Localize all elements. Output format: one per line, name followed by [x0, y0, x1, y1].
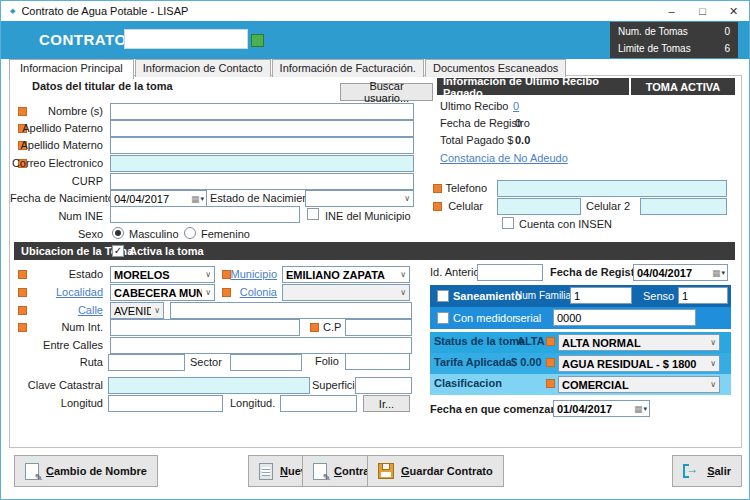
ine-municipio-label: INE del Municipio — [325, 210, 411, 222]
superficie-label: Superficie — [312, 379, 361, 391]
ir-button[interactable]: Ir... — [363, 395, 410, 412]
localidad-select[interactable]: CABECERA MUNICIPAL∨ — [110, 284, 215, 301]
num-ine-input[interactable] — [110, 206, 300, 223]
title-bar: ◆ Contrato de Agua Potable - LISAP – □ ✕ — [1, 1, 749, 21]
celular-label: Celular — [442, 200, 483, 212]
tarifa-select[interactable]: AGUA RESIDUAL - $ 1800∨ — [558, 355, 720, 372]
salir-button[interactable]: → Salir — [672, 455, 742, 487]
activa-toma-checkbox[interactable]: ✓ — [112, 245, 124, 257]
clave-catastral-input[interactable] — [108, 377, 310, 394]
colonia-label[interactable]: Colonia — [225, 286, 277, 298]
colonia-select[interactable]: ∨ — [282, 284, 410, 301]
municipio-select[interactable]: EMILIANO ZAPATA∨ — [282, 266, 410, 283]
toma-fecha-registro-datepicker[interactable]: 04/04/2017 ▦▾ — [633, 264, 728, 281]
chevron-down-icon: ∨ — [707, 359, 719, 368]
curp-input[interactable] — [110, 173, 414, 190]
chevron-down-icon: ∨ — [151, 306, 163, 315]
tab-documentos-escaneados[interactable]: Documentos Escaneados — [425, 59, 566, 77]
estado-label: Estado — [10, 268, 103, 280]
tab-informacion-principal[interactable]: Informacion Principal — [9, 59, 134, 79]
required-marker — [546, 379, 555, 388]
localidad-label[interactable]: Localidad — [10, 286, 103, 298]
senso-input[interactable] — [678, 287, 728, 304]
ultimo-recibo-value-link[interactable]: 0 — [513, 100, 519, 112]
correo-input[interactable] — [110, 155, 414, 172]
clasificacion-select[interactable]: COMERCIAL∨ — [558, 376, 720, 393]
calle-tipo-select[interactable]: AVENIDA∨ — [110, 302, 164, 319]
minimize-button[interactable]: – — [656, 1, 687, 21]
status-select[interactable]: ALTA NORMAL∨ — [558, 334, 720, 351]
con-medidor-checkbox[interactable] — [437, 312, 449, 324]
celular2-input[interactable] — [640, 198, 727, 215]
constancia-link[interactable]: Constancia de No Adeudo — [440, 152, 568, 164]
estado-nacimiento-select[interactable]: ∨ — [305, 190, 414, 207]
salir-label: Salir — [707, 465, 731, 477]
rename-document-icon: ✎ — [25, 463, 39, 480]
fecha-pagar-datepicker[interactable]: 01/04/2017 ▦▾ — [553, 400, 650, 417]
insen-label: Cuenta con INSEN — [519, 218, 612, 230]
calle-input[interactable] — [170, 302, 412, 319]
id-anterior-input[interactable] — [477, 264, 543, 281]
chevron-down-icon: ∨ — [397, 270, 409, 279]
clave-catastral-label: Clave Catastral — [10, 379, 103, 391]
insen-checkbox[interactable] — [502, 217, 514, 229]
exit-icon: → — [683, 464, 700, 478]
celular-input[interactable] — [497, 198, 581, 215]
calendar-icon: ▦ — [712, 268, 721, 278]
num-int-input[interactable] — [110, 319, 300, 336]
fecha-nacimiento-datepicker[interactable]: 04/04/2017 ▦▾ — [110, 190, 207, 207]
num-int-label: Num Int. — [10, 321, 103, 333]
estado-select[interactable]: MORELOS∨ — [110, 266, 215, 283]
municipio-label[interactable]: Municipio — [225, 268, 277, 280]
telefono-input[interactable] — [497, 180, 727, 197]
contract-go-button[interactable] — [251, 34, 264, 47]
guardar-contrato-button[interactable]: Guardar Contrato — [367, 455, 504, 487]
required-marker — [546, 358, 555, 367]
nombre-input[interactable] — [110, 103, 414, 120]
tab-informacion-de-contacto[interactable]: Informacion de Contacto — [135, 59, 271, 77]
contract-number-input[interactable] — [124, 29, 248, 49]
num-ine-label: Num INE — [10, 210, 103, 222]
cp-input[interactable] — [345, 319, 412, 336]
ultimo-recibo-label: Ultimo Recibo — [440, 100, 508, 112]
apellido-materno-input[interactable] — [110, 137, 414, 154]
window-title: Contrato de Agua Potable - LISAP — [21, 5, 656, 17]
femenino-radio[interactable] — [184, 227, 196, 239]
ruta-input[interactable] — [108, 354, 185, 371]
folio-input[interactable] — [345, 353, 410, 370]
status-toma-label: Status de la toma — [434, 335, 525, 347]
tab-informacion-de-facturacion[interactable]: Información de Facturación. — [272, 59, 424, 77]
serial-label: serial — [515, 312, 541, 324]
sector-input[interactable] — [230, 354, 302, 371]
num-tomas-label: Num. de Tomas — [618, 26, 688, 37]
serial-input[interactable] — [553, 309, 696, 326]
app-window: ◆ Contrato de Agua Potable - LISAP – □ ✕… — [0, 0, 750, 500]
masculino-radio[interactable] — [112, 227, 124, 239]
apellido-paterno-input[interactable] — [110, 120, 414, 137]
calle-label[interactable]: Calle — [10, 304, 103, 316]
chevron-down-icon: ∨ — [401, 194, 413, 203]
longitud-input[interactable] — [108, 395, 223, 412]
apellido-paterno-label: Apellido Paterno — [10, 122, 103, 134]
buscar-usuario-button[interactable]: Buscar usuario... — [340, 83, 433, 101]
maximize-button[interactable]: □ — [687, 1, 718, 21]
guardar-contrato-label: Guardar Contrato — [401, 465, 493, 477]
app-icon: ◆ — [10, 7, 15, 15]
sector-label: Sector — [190, 356, 222, 368]
close-button[interactable]: ✕ — [718, 1, 749, 21]
ruta-label: Ruta — [10, 356, 103, 368]
sexo-label: Sexo — [10, 228, 103, 240]
entre-calles-label: Entre Calles — [10, 339, 103, 351]
main-content: Datos del titular de la toma Buscar usua… — [9, 75, 742, 448]
chevron-down-icon: ∨ — [707, 380, 719, 389]
saneamiento-checkbox[interactable] — [437, 290, 449, 302]
entre-calles-input[interactable] — [110, 337, 412, 354]
ine-municipio-checkbox[interactable] — [307, 208, 319, 220]
longitud2-input[interactable] — [280, 395, 357, 412]
cambio-de-nombre-button[interactable]: ✎ Cambio de Nombre — [14, 455, 158, 487]
num-familia-input[interactable] — [570, 287, 632, 304]
check-icon: ✓ — [114, 246, 122, 256]
total-pagado-label: Total Pagado $ — [440, 134, 513, 146]
superficie-input[interactable] — [355, 377, 412, 394]
contract-banner: CONTRATO Num. de Tomas 0 Limite de Tomas… — [1, 21, 749, 59]
